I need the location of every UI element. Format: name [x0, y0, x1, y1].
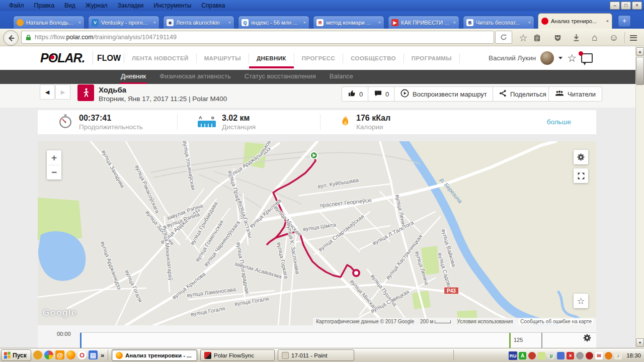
browser-tab[interactable]: Анализ трениро...× [538, 13, 612, 29]
subnav-item[interactable]: Balance [330, 70, 353, 84]
scroll-up-icon[interactable]: ▲ [636, 47, 644, 56]
taskbar-task-button[interactable]: Polar FlowSync [200, 349, 275, 361]
map-fullscreen-button[interactable] [574, 168, 588, 183]
bookmark-star-icon[interactable]: ☆ [517, 31, 530, 44]
pocket-icon[interactable] [551, 31, 564, 44]
antivirus-icon[interactable]: A [519, 352, 526, 359]
terms-link[interactable]: Условия использования [457, 319, 513, 324]
more-link[interactable]: больше [547, 118, 571, 126]
menubar-item[interactable]: Справка [196, 2, 230, 9]
button-label: 0 [385, 90, 389, 98]
polar-nav-item[interactable]: ДНЕВНИК [249, 53, 294, 63]
polar-nav-item[interactable]: ПРОГРЕСС [294, 53, 343, 63]
opera-icon[interactable]: O [77, 350, 87, 359]
subnav-item[interactable]: Статус восстановления [245, 70, 316, 84]
comments-button[interactable]: 0 [368, 86, 395, 102]
browser-tray-icon[interactable] [605, 352, 612, 359]
close-button[interactable]: × [632, 2, 642, 10]
chrome-icon[interactable] [44, 350, 53, 359]
firefox-icon[interactable] [66, 350, 75, 359]
route-map[interactable]: вуліца Заходняявуліца Заходняявуліца Рак… [38, 141, 596, 325]
share-button[interactable]: Поделиться [493, 86, 553, 102]
daemon-tools-icon[interactable] [33, 350, 42, 359]
chevron-down-icon[interactable] [558, 57, 562, 59]
zoom-in-button[interactable]: + [47, 150, 61, 165]
agent-icon[interactable] [528, 352, 536, 359]
next-session-button[interactable]: ▶ [55, 84, 70, 100]
like-button[interactable]: 0 [342, 86, 369, 102]
favorites-star-icon[interactable]: ☆ [567, 52, 577, 64]
downloads-icon[interactable] [570, 31, 583, 44]
menubar-item[interactable]: Файл [4, 2, 29, 9]
tab-close-icon[interactable]: × [606, 19, 609, 24]
polar-nav-item[interactable]: ЛЕНТА НОВОСТЕЙ [124, 53, 197, 63]
maximize-button[interactable]: □ [621, 2, 631, 10]
replay-route-button[interactable]: Воспроизвести маршрут [394, 86, 494, 102]
subnav-item[interactable]: Дневник [121, 70, 146, 84]
mail-icon[interactable]: ✉ [595, 352, 603, 359]
security-shield-icon[interactable]: × [567, 352, 574, 359]
address-bar[interactable]: https://flow.polar.com/training/analysis… [21, 31, 494, 44]
user-name[interactable]: Василий Лукин [489, 54, 536, 62]
new-tab-button[interactable]: + [618, 15, 631, 27]
previous-session-button[interactable]: ◀ [40, 84, 55, 100]
menubar-item[interactable]: Вид [59, 2, 80, 9]
tab-close-icon[interactable]: × [528, 20, 531, 25]
tab-close-icon[interactable]: × [303, 20, 306, 25]
page-scrollbar[interactable]: ▲ ▼ [635, 46, 644, 348]
save-page-icon[interactable]: ▤ [89, 350, 98, 359]
scrollbar-thumb[interactable] [636, 57, 644, 85]
media-player-icon[interactable] [586, 352, 593, 359]
home-icon[interactable]: ⌂ [588, 31, 601, 44]
browser-tab[interactable]: ▶КАК ПРИВЕСТИ ...× [388, 16, 459, 29]
feedback-smiley-icon[interactable]: ☺ [607, 31, 620, 44]
browser-tab[interactable]: VVentusky - прогн...× [88, 16, 159, 29]
map-favorite-button[interactable]: ☆ [574, 294, 588, 308]
language-indicator[interactable]: RU [509, 351, 517, 360]
scroll-down-icon[interactable]: ▼ [636, 338, 644, 347]
browser-tab[interactable]: Наталья Володь...× [13, 16, 85, 29]
timeline-cursor[interactable] [80, 333, 82, 348]
start-button[interactable]: Пуск [1, 349, 31, 361]
menu-hamburger-icon[interactable] [627, 31, 640, 44]
notifications-icon[interactable] [581, 53, 593, 63]
tab-close-icon[interactable]: × [378, 20, 381, 25]
quick-launch-overflow[interactable]: » [100, 351, 105, 359]
chart-settings-button[interactable] [583, 333, 592, 344]
menubar-item[interactable]: Инструменты [149, 2, 197, 9]
reading-list-icon[interactable] [530, 31, 543, 44]
polar-logo[interactable]: POLAR. [40, 51, 85, 65]
plugin-icon[interactable] [557, 352, 565, 359]
volume-icon[interactable]: ♪ [614, 352, 622, 359]
menubar-item[interactable]: Правка [29, 2, 60, 9]
taskbar-task-button[interactable]: 17-011 - Paint [278, 349, 354, 361]
utorrent-icon[interactable]: µ [547, 352, 555, 359]
route-end-marker[interactable] [353, 270, 359, 276]
browser-tab[interactable]: ☻Лента akurochkin× [163, 16, 234, 29]
avatar[interactable] [540, 51, 554, 65]
taskbar-task-button[interactable]: Анализ тренировки - ... [112, 349, 197, 361]
readers-button[interactable]: Читатели [548, 86, 602, 102]
back-button[interactable] [3, 30, 19, 46]
reload-button[interactable] [495, 31, 512, 44]
tab-close-icon[interactable]: × [78, 20, 81, 25]
notes-icon[interactable] [538, 352, 545, 359]
minimize-button[interactable]: – [610, 2, 620, 10]
zoom-out-button[interactable]: − [47, 165, 61, 179]
mail-agent-icon[interactable]: @ [55, 350, 64, 359]
subnav-item[interactable]: Физическая активность [159, 70, 231, 84]
polar-nav-item[interactable]: СООБЩЕСТВО [343, 53, 404, 63]
polar-nav-item[interactable]: МАРШРУТЫ [197, 53, 249, 63]
tab-close-icon[interactable]: × [228, 20, 231, 25]
tab-close-icon[interactable]: × [453, 20, 456, 25]
browser-tab[interactable]: Qяндекс - 56 млн ...× [238, 16, 309, 29]
tab-close-icon[interactable]: × [153, 20, 156, 25]
map-settings-button[interactable] [574, 150, 588, 164]
menubar-item[interactable]: Закладки [113, 2, 149, 9]
browser-tab[interactable]: BЧитать бесплат...× [463, 16, 534, 29]
polar-nav-item[interactable]: ПРОГРАММЫ [404, 53, 460, 63]
browser-tab[interactable]: Яметод конмари ...× [313, 16, 384, 29]
report-error-link[interactable]: Сообщить об ошибке на карте [519, 319, 593, 324]
menubar-item[interactable]: Журнал [80, 2, 113, 9]
webcam-icon[interactable] [576, 352, 584, 359]
